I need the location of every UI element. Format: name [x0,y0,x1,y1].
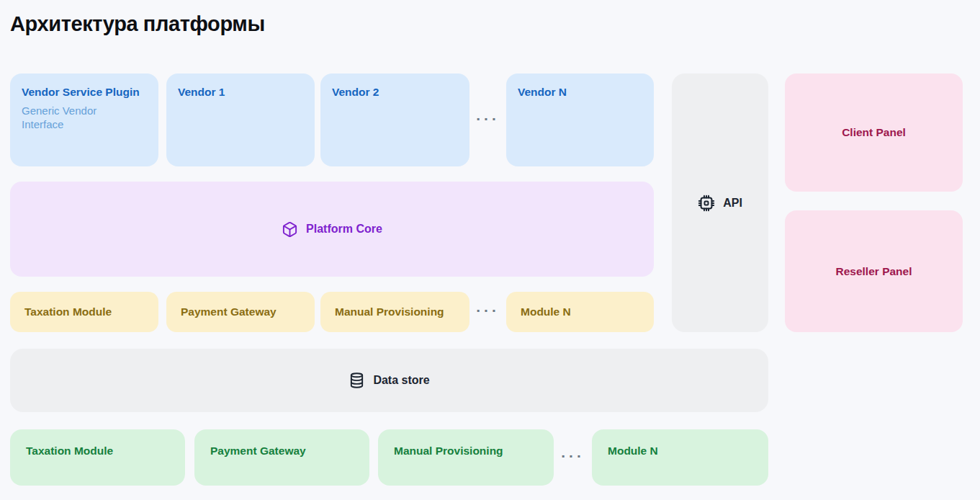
module-bottom-manual-provisioning: Manual Provisioning [378,429,554,486]
module-top-ellipsis: ... [469,292,506,332]
vendor-n-label: Vendor N [518,86,642,99]
client-panel-label: Client Panel [842,126,906,139]
module-bottom-payment-gateway: Payment Gateway [194,429,369,486]
module-bottom-taxation: Taxation Module [10,429,185,486]
vendor-ellipsis: ... [469,73,506,166]
vendor-1-block: Vendor 1 [166,73,315,166]
reseller-panel-block: Reseller Panel [785,210,963,332]
module-top-n: Module N [506,292,654,332]
vendor-1-label: Vendor 1 [178,86,303,99]
architecture-diagram: Архитектура платформы Vendor Service Plu… [0,0,980,500]
module-top-payment-gateway: Payment Gateway [166,292,315,332]
vendor-n-block: Vendor N [506,73,654,166]
vendor-service-plugin-subtitle: Generic Vendor Interface [22,104,130,131]
module-bottom-ellipsis: ... [554,429,592,486]
module-top-manual-provisioning: Manual Provisioning [320,292,469,332]
cube-icon [282,221,298,238]
client-panel-block: Client Panel [785,73,963,192]
module-bottom-n: Module N [592,429,768,486]
platform-core-block: Platform Core [10,182,654,277]
data-store-block: Data store [10,349,768,412]
reseller-panel-label: Reseller Panel [836,265,912,278]
module-top-taxation: Taxation Module [10,292,158,332]
chip-icon [698,195,715,212]
api-block: API [672,73,768,332]
api-label: API [723,197,742,210]
vendor-service-plugin-title: Vendor Service Plugin [22,86,147,99]
vendor-2-label: Vendor 2 [332,86,458,99]
vendor-2-block: Vendor 2 [320,73,469,166]
database-icon [349,372,365,389]
vendor-service-plugin-block: Vendor Service Plugin Generic Vendor Int… [10,73,158,166]
platform-core-label: Platform Core [306,223,382,236]
data-store-label: Data store [373,374,429,387]
page-title: Архитектура платформы [10,12,265,36]
